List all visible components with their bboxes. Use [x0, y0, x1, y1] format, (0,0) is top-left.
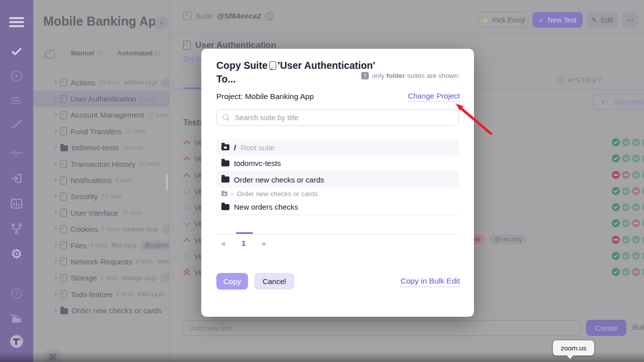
status-dot[interactable]: [612, 252, 620, 260]
steps-icon[interactable]: [0, 117, 33, 132]
bulk-label[interactable]: Bulk: [632, 323, 644, 331]
tree-item-transaction-history[interactable]: Transaction History 10 tests: [33, 156, 170, 172]
run-play-icon[interactable]: [0, 68, 33, 83]
status-dot[interactable]: [632, 171, 640, 179]
page-number[interactable]: 1: [242, 239, 246, 247]
tree-item-security[interactable]: Security 10 tests: [33, 189, 170, 205]
status-dot[interactable]: [632, 268, 640, 276]
expand-chevron-icon[interactable]: [54, 94, 57, 102]
status-dot[interactable]: [622, 187, 630, 195]
expand-chevron-icon[interactable]: [54, 257, 57, 265]
status-dot[interactable]: [642, 219, 644, 227]
status-dot[interactable]: [622, 138, 630, 146]
modal-item-new-orders-checks[interactable]: New orders checks: [216, 199, 459, 215]
status-dot[interactable]: [622, 268, 630, 276]
cancel-button[interactable]: Cancel: [254, 273, 294, 290]
status-dot[interactable]: [612, 171, 620, 179]
status-dot[interactable]: [642, 252, 644, 260]
import-icon[interactable]: [0, 171, 33, 186]
status-dot[interactable]: [622, 203, 630, 211]
modal-item-root-suite[interactable]: / Root suite: [216, 139, 459, 155]
expand-chevron-icon[interactable]: [54, 192, 57, 200]
copy-button[interactable]: Copy: [216, 273, 248, 290]
tree-item-user-interface[interactable]: User Interface 10 tests: [33, 205, 170, 221]
tree-item-user-authentication[interactable]: User Authentication 9 tests: [33, 90, 170, 107]
status-dot[interactable]: [622, 236, 630, 244]
modal-item-order-new-checks[interactable]: Order new checks or cards: [216, 171, 459, 188]
tag-badge[interactable]: @security: [489, 234, 527, 244]
expand-chevron-icon[interactable]: [54, 273, 57, 281]
expand-chevron-icon[interactable]: [54, 127, 57, 135]
select-all-icon[interactable]: [46, 50, 55, 58]
expand-chevron-icon[interactable]: [54, 175, 57, 184]
close-icon[interactable]: ×: [155, 17, 168, 30]
expand-chevron-icon[interactable]: [54, 143, 57, 151]
tree-item-actions[interactable]: Actions 14 tests actions.cy.js: [33, 74, 170, 90]
tree-item-todomvc-tests[interactable]: todomvc-tests 19 tests: [33, 140, 170, 156]
checklist-icon[interactable]: [0, 94, 33, 109]
expand-chevron-icon[interactable]: [54, 110, 57, 118]
tree-item-account-management[interactable]: Account Management 11 tests: [33, 107, 170, 123]
status-dot[interactable]: [622, 219, 630, 227]
projects-folders-icon[interactable]: [0, 311, 33, 326]
status-dot[interactable]: [612, 187, 620, 195]
status-dot[interactable]: [632, 138, 640, 146]
menu-icon[interactable]: [0, 14, 33, 29]
tree-item-order-new-checks[interactable]: Order new checks or cards: [33, 302, 170, 318]
status-dot[interactable]: [642, 138, 644, 146]
copy-icon[interactable]: [265, 12, 273, 20]
branches-icon[interactable]: [0, 221, 33, 236]
expand-chevron-icon[interactable]: [54, 290, 57, 298]
new-test-button[interactable]: New Test: [532, 12, 583, 28]
status-dot[interactable]: [642, 187, 644, 195]
command-shortcut-button[interactable]: ⌘: [44, 350, 61, 362]
tab-manual[interactable]: Manual70: [71, 49, 103, 57]
status-dot[interactable]: [632, 203, 640, 211]
expand-chevron-icon[interactable]: [54, 208, 57, 216]
edit-button[interactable]: Edit: [587, 12, 618, 28]
create-button[interactable]: Create: [586, 320, 626, 336]
status-dot[interactable]: [612, 203, 620, 211]
expand-chevron-icon[interactable]: [54, 159, 57, 167]
status-dot[interactable]: [632, 252, 640, 260]
status-dot[interactable]: [632, 219, 640, 227]
help-icon[interactable]: ?: [0, 286, 33, 301]
sidebar-scrollbar[interactable]: [166, 173, 168, 191]
status-dot[interactable]: [612, 219, 620, 227]
modal-item-todomvc-tests[interactable]: todomvc-tests: [216, 155, 459, 171]
status-dot[interactable]: [632, 154, 640, 162]
tab-history[interactable]: HISTORY: [556, 76, 603, 84]
status-dot[interactable]: [612, 154, 620, 162]
expand-chevron-icon[interactable]: [54, 241, 57, 249]
search-suite-input[interactable]: [235, 110, 456, 125]
status-dot[interactable]: [632, 236, 640, 244]
status-dot[interactable]: [622, 154, 630, 162]
tree-item-cookies[interactable]: Cookies 7 tests cookies.cy.js: [33, 221, 170, 237]
status-dot[interactable]: [612, 236, 620, 244]
pick-emoji-button[interactable]: Pick Emoji: [478, 12, 528, 28]
status-dot[interactable]: [642, 236, 644, 244]
expand-chevron-icon[interactable]: [54, 224, 57, 232]
tree-item-notifications[interactable]: Notifications 9 tests: [33, 172, 170, 188]
page-next-button[interactable]: »: [262, 239, 266, 247]
change-project-link[interactable]: Change Project: [408, 92, 460, 102]
page-prev-button[interactable]: «: [221, 239, 225, 247]
tree-item-network-requests[interactable]: Network Requests 6 tests network.cy.js: [33, 253, 170, 269]
status-dot[interactable]: [612, 268, 620, 276]
tree-item-storage[interactable]: Storage 5 tests storage.cy.js: [33, 270, 170, 286]
summarize-button[interactable]: Summarize: [593, 94, 644, 110]
app-logo[interactable]: [0, 334, 33, 349]
activity-pulse-icon[interactable]: [0, 145, 33, 160]
analytics-chart-icon[interactable]: [0, 196, 33, 211]
tree-item-fund-transfers[interactable]: Fund Transfers 10 tests: [33, 123, 170, 139]
status-dot[interactable]: [632, 187, 640, 195]
more-options-button[interactable]: ...: [622, 12, 638, 28]
expand-chevron-icon[interactable]: [54, 306, 57, 314]
status-dot[interactable]: [642, 171, 644, 179]
tree-item-todo-feature[interactable]: Todo feature 4 tests todo.cy.js: [33, 286, 170, 302]
status-dot[interactable]: [642, 154, 644, 162]
expand-chevron-icon[interactable]: [54, 78, 57, 86]
status-dot[interactable]: [622, 171, 630, 179]
status-dot[interactable]: [612, 138, 620, 146]
tree-item-files[interactable]: Files 4 tests files.cy.js @cypress: [33, 237, 170, 253]
